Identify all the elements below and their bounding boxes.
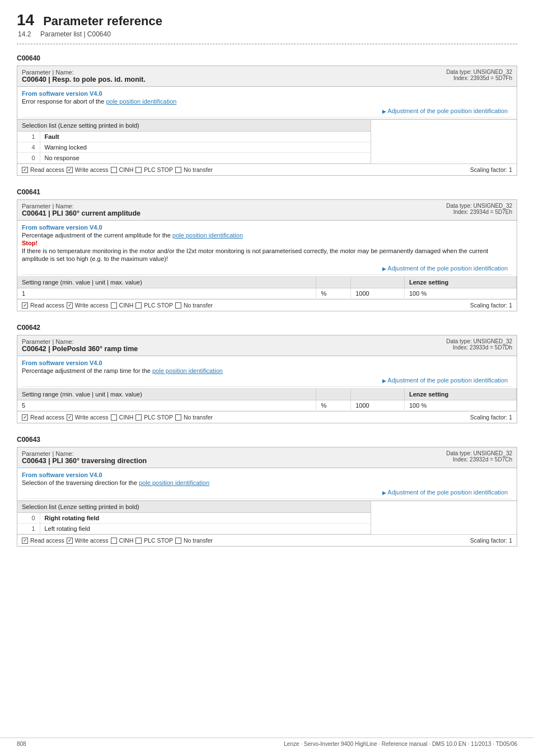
param-name-c00643: C00643 | PLI 360° traversing direction	[22, 457, 147, 465]
plc-stop-icon-c00643	[135, 538, 142, 544]
table-right-c00640	[371, 120, 517, 164]
plc-stop-icon-c00640	[135, 167, 142, 173]
stop-warning-c00641: If there is no temperature monitoring in…	[22, 248, 488, 262]
read-access-label-c00640: Read access	[30, 166, 64, 173]
plc-stop-label-c00642: PLC STOP	[144, 414, 173, 421]
read-access-icon-c00640	[22, 167, 28, 173]
write-access-icon-c00643	[67, 538, 73, 544]
no-transfer-icon-c00642	[175, 414, 181, 421]
section-c00640-label: C00640	[17, 54, 517, 62]
selection-table-c00643: 0 Right rotating field 1 Left rotating f…	[17, 513, 371, 534]
section-c00643-label: C00643	[17, 436, 517, 444]
param-datatype-c00643: Data type: UNSIGNED_32 Index: 23932d = 5…	[446, 450, 512, 463]
plc-stop-label-c00643: PLC STOP	[144, 537, 173, 544]
param-label-c00643: Parameter | Name:	[22, 450, 147, 457]
adjust-link-c00643[interactable]: Adjustment of the pole position identifi…	[382, 489, 508, 496]
link-pole-pos-c00641[interactable]: pole position identification	[172, 232, 243, 239]
no-transfer-icon-c00643	[175, 538, 181, 544]
table-header-c00643: Selection list (Lenze setting printed in…	[17, 501, 371, 513]
read-access-icon-c00643	[22, 538, 28, 544]
from-version-c00640: From software version V4.0 Error respons…	[17, 87, 517, 119]
param-header-c00643: Parameter | Name: C00643 | PLI 360° trav…	[17, 447, 517, 468]
param-footer-c00642: Read access Write access CINH PLC STOP N…	[17, 411, 517, 423]
param-label-c00642: Parameter | Name:	[22, 338, 138, 345]
scaling-c00642: Scaling factor: 1	[470, 414, 512, 421]
from-version-c00643: From software version V4.0 Selection of …	[17, 468, 517, 501]
from-version-c00641: From software version V4.0 Percentage ad…	[17, 221, 517, 277]
read-access-label-c00643: Read access	[30, 537, 64, 544]
page-divider	[17, 44, 517, 44]
param-datatype-c00640: Data type: UNSIGNED_32 Index: 23935d = 5…	[446, 69, 512, 81]
table-row: 5 % 1000 100 %	[17, 400, 517, 411]
section-c00642-label: C00642	[17, 324, 517, 332]
write-access-icon-c00640	[67, 167, 73, 173]
no-transfer-label-c00643: No transfer	[184, 537, 213, 544]
param-footer-c00640: Read access Write access CINH PLC STOP N…	[17, 164, 517, 175]
no-transfer-icon-c00641	[175, 302, 181, 309]
link-pole-pos-c00642[interactable]: pole position identification	[152, 367, 223, 374]
range-table-c00641: Setting range (min. value | unit | max. …	[17, 277, 517, 299]
param-block-c00640: Parameter | Name: C00640 | Resp. to pole…	[17, 66, 517, 176]
page-ref: Lenze · Servo-Inverter 9400 HighLine · R…	[284, 741, 517, 747]
param-name-c00640: C00640 | Resp. to pole pos. id. monit.	[22, 76, 146, 83]
param-block-c00641: Parameter | Name: C00641 | PLI 360° curr…	[17, 199, 517, 311]
link-pole-pos-c00643[interactable]: pole position identification	[139, 479, 209, 486]
adjust-link-c00641[interactable]: Adjustment of the pole position identifi…	[382, 265, 508, 272]
param-footer-c00641: Read access Write access CINH PLC STOP N…	[17, 299, 517, 311]
section-c00641-label: C00641	[17, 188, 517, 196]
table-right-c00643	[371, 501, 517, 534]
write-access-label-c00641: Write access	[75, 302, 109, 309]
read-access-icon-c00642	[22, 414, 28, 421]
no-transfer-label-c00640: No transfer	[184, 166, 213, 173]
table-row: 1 Fault	[17, 132, 371, 142]
plc-stop-icon-c00642	[135, 414, 142, 421]
write-access-label-c00643: Write access	[75, 537, 109, 544]
param-label-c00641: Parameter | Name:	[22, 203, 140, 209]
table-row: 0 Right rotating field	[17, 513, 371, 524]
param-block-c00643: Parameter | Name: C00643 | PLI 360° trav…	[17, 447, 517, 547]
param-table-c00643: Selection list (Lenze setting printed in…	[17, 501, 517, 534]
read-access-label-c00642: Read access	[30, 414, 64, 421]
scaling-c00641: Scaling factor: 1	[470, 302, 512, 309]
param-datatype-c00641: Data type: UNSIGNED_32 Index: 23934d = 5…	[446, 203, 512, 215]
plc-stop-label-c00640: PLC STOP	[144, 166, 173, 173]
table-header-c00640: Selection list (Lenze setting printed in…	[17, 120, 371, 132]
param-name-c00642: C00642 | PolePosId 360° ramp time	[22, 345, 138, 353]
cinh-icon-c00643	[111, 538, 117, 544]
param-footer-c00643: Read access Write access CINH PLC STOP N…	[17, 534, 517, 546]
read-access-label-c00641: Read access	[30, 302, 64, 309]
stop-label-c00641: Stop!	[22, 240, 38, 246]
write-access-label-c00640: Write access	[75, 166, 109, 173]
no-transfer-label-c00641: No transfer	[184, 302, 213, 309]
adjust-link-c00642[interactable]: Adjustment of the pole position identifi…	[382, 377, 508, 384]
plc-stop-label-c00641: PLC STOP	[144, 302, 173, 309]
param-header-c00641: Parameter | Name: C00641 | PLI 360° curr…	[17, 200, 517, 221]
selection-table-c00640: 1 Fault 4 Warning locked 0 No response	[17, 132, 371, 164]
cinh-label-c00642: CINH	[119, 414, 134, 421]
cinh-label-c00641: CINH	[119, 302, 134, 309]
cinh-icon-c00641	[111, 302, 117, 309]
no-transfer-label-c00642: No transfer	[184, 414, 213, 421]
cinh-label-c00643: CINH	[119, 537, 134, 544]
write-access-icon-c00641	[67, 302, 73, 309]
chapter-number: 14	[17, 11, 34, 29]
page-header: 14 Parameter reference 14.2 Parameter li…	[17, 11, 517, 38]
param-header-c00642: Parameter | Name: C00642 | PolePosId 360…	[17, 335, 517, 356]
adjust-link-c00640[interactable]: Adjustment of the pole position identifi…	[382, 108, 508, 114]
scaling-c00640: Scaling factor: 1	[470, 166, 512, 173]
link-pole-pos-c00640[interactable]: pole position identification	[106, 98, 176, 105]
page-number: 808	[17, 741, 26, 747]
page-footer: 808 Lenze · Servo-Inverter 9400 HighLine…	[0, 738, 534, 747]
scaling-c00643: Scaling factor: 1	[470, 537, 512, 544]
param-header-c00640: Parameter | Name: C00640 | Resp. to pole…	[17, 66, 517, 87]
range-table-c00642: Setting range (min. value | unit | max. …	[17, 389, 517, 411]
cinh-icon-c00642	[111, 414, 117, 421]
param-table-c00640: Selection list (Lenze setting printed in…	[17, 119, 517, 164]
write-access-label-c00642: Write access	[75, 414, 109, 421]
chapter-title: Parameter reference	[43, 14, 162, 29]
table-row: 0 No response	[17, 153, 371, 164]
read-access-icon-c00641	[22, 302, 28, 309]
table-row: 1 Left rotating field	[17, 524, 371, 534]
table-row: 4 Warning locked	[17, 142, 371, 153]
param-label-c00640: Parameter | Name:	[22, 69, 146, 76]
